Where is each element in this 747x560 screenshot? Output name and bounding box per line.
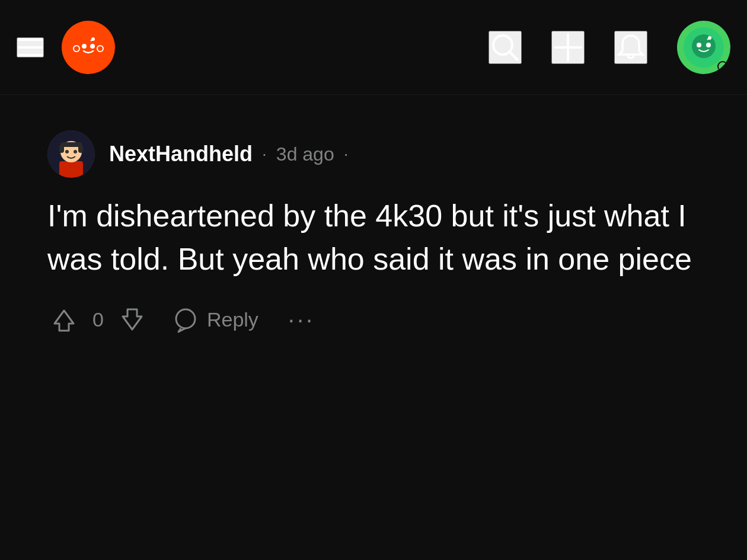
svg-point-13 <box>697 43 701 47</box>
create-post-button[interactable] <box>551 31 585 64</box>
svg-rect-22 <box>78 145 83 153</box>
upvote-button[interactable] <box>47 303 81 337</box>
vote-section: 0 <box>47 303 149 337</box>
comment-icon <box>173 307 199 333</box>
downvote-button[interactable] <box>116 303 149 337</box>
comment-meta: NextHandheld · 3d ago · <box>109 142 348 167</box>
commenter-avatar[interactable] <box>47 130 95 178</box>
reply-label: Reply <box>207 308 258 331</box>
search-icon <box>490 32 521 63</box>
svg-point-27 <box>176 309 195 328</box>
plus-icon <box>553 32 583 63</box>
main-content: NextHandheld · 3d ago · I'm disheartened… <box>0 95 747 372</box>
more-options-button[interactable]: ··· <box>282 306 321 333</box>
svg-point-24 <box>74 150 77 153</box>
svg-point-2 <box>90 44 95 49</box>
search-button[interactable] <box>489 31 522 64</box>
svg-rect-18 <box>59 161 83 178</box>
svg-line-8 <box>509 52 518 60</box>
comment: NextHandheld · 3d ago · I'm disheartened… <box>47 130 700 337</box>
timestamp: 3d ago <box>276 143 334 165</box>
svg-marker-25 <box>55 311 74 331</box>
vote-count: 0 <box>92 308 104 331</box>
comment-header: NextHandheld · 3d ago · <box>47 130 700 178</box>
action-bar: 0 Reply ··· <box>47 303 700 337</box>
username: NextHandheld <box>109 142 253 167</box>
svg-point-23 <box>65 150 69 153</box>
svg-rect-21 <box>59 145 64 153</box>
commenter-avatar-icon <box>47 130 95 178</box>
bell-icon <box>615 32 646 63</box>
svg-point-12 <box>692 34 716 58</box>
meta-dot-2: · <box>344 145 349 164</box>
hamburger-menu-button[interactable] <box>17 37 44 57</box>
nav-left <box>17 21 115 74</box>
upvote-icon <box>51 307 77 333</box>
comment-body: I'm disheartened by the 4k30 but it's ju… <box>47 194 700 281</box>
svg-point-14 <box>706 43 711 47</box>
downvote-icon <box>119 307 145 333</box>
user-avatar-nav[interactable] <box>677 21 730 74</box>
svg-marker-26 <box>123 309 142 329</box>
reply-button[interactable]: Reply <box>173 307 258 333</box>
notifications-button[interactable] <box>614 31 647 64</box>
navbar <box>0 0 747 95</box>
reddit-logo-icon <box>72 31 105 64</box>
svg-point-6 <box>97 46 103 52</box>
meta-dot-1: · <box>262 145 267 164</box>
user-avatar-icon <box>684 27 724 68</box>
online-indicator <box>717 61 728 72</box>
svg-point-1 <box>82 44 87 49</box>
reddit-logo[interactable] <box>62 21 115 74</box>
nav-right <box>489 21 730 74</box>
svg-point-5 <box>74 46 79 52</box>
more-options-label: ··· <box>288 306 315 332</box>
